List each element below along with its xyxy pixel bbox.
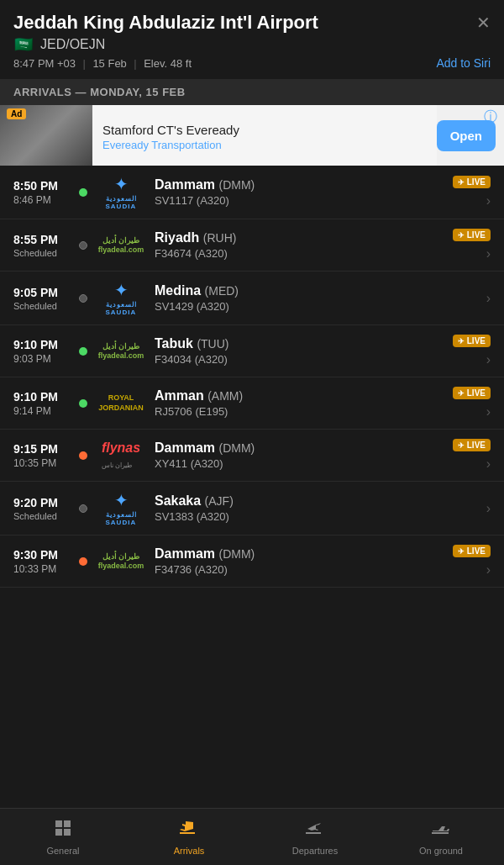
- flight-row[interactable]: 8:55 PM Scheduled طيران أديلflyadeal.com…: [0, 219, 504, 272]
- flight-right: LIVE ›: [453, 439, 491, 472]
- flight-row[interactable]: 9:10 PM 9:14 PM ROYALJORDANIAN Amman (AM…: [0, 377, 504, 430]
- nav-item-general[interactable]: General: [0, 809, 126, 865]
- departures-icon: [304, 818, 326, 843]
- flight-row[interactable]: 9:05 PM Scheduled ✦ السعوديةSAUDIA Medin…: [0, 272, 504, 325]
- flight-iata: (DMM): [218, 441, 255, 455]
- flight-iata: (DMM): [218, 547, 255, 561]
- close-button[interactable]: ✕: [476, 13, 491, 33]
- flight-row[interactable]: 9:20 PM Scheduled ✦ السعوديةSAUDIA Sakak…: [0, 482, 504, 535]
- svg-rect-0: [55, 820, 62, 827]
- nav-label-general: General: [46, 846, 79, 856]
- flight-iata: (DMM): [218, 178, 255, 192]
- flight-times: 9:10 PM 9:03 PM: [13, 338, 79, 365]
- flight-destination: Tabuk (TUU): [155, 336, 453, 351]
- airline-logo-container: ✦ السعوديةSAUDIA: [96, 490, 146, 526]
- airline-logo-container: ROYALJORDANIAN: [96, 393, 146, 413]
- flight-destination: Amman (AMM): [155, 388, 453, 403]
- chevron-icon[interactable]: ›: [486, 562, 491, 578]
- flight-number: XY411 (A320): [155, 457, 453, 470]
- flight-row[interactable]: 9:30 PM 10:33 PM طيران أديلflyadeal.com …: [0, 535, 504, 588]
- chevron-icon[interactable]: ›: [486, 246, 491, 261]
- airline-logo-saudia: ✦ السعوديةSAUDIA: [106, 280, 137, 316]
- ad-label: Ad: [7, 108, 26, 119]
- flight-status: Scheduled: [13, 301, 79, 311]
- flight-status: Scheduled: [13, 248, 79, 258]
- flight-destination: Dammam (DMM): [155, 546, 453, 562]
- live-badge: LIVE: [453, 387, 491, 399]
- flight-status: Scheduled: [13, 511, 79, 521]
- airline-logo-flyadeal: طيران أديلflyadeal.com: [98, 552, 144, 571]
- departures-icon: [304, 818, 326, 838]
- flight-number: SV1383 (A320): [155, 510, 486, 523]
- svg-rect-1: [64, 820, 71, 827]
- status-dot: [79, 451, 87, 460]
- svg-rect-2: [55, 829, 62, 836]
- live-badge: LIVE: [453, 439, 491, 451]
- airline-logo-flynas: flynas طيران ناس: [102, 440, 140, 471]
- flight-right: LIVE ›: [453, 176, 491, 208]
- flight-actual-time: 10:35 PM: [13, 457, 79, 469]
- flight-destination: Dammam (DMM): [155, 177, 453, 193]
- flight-info: Medina (MED) SV1429 (A320): [155, 283, 486, 313]
- airline-logo-royal-jordanian: ROYALJORDANIAN: [98, 393, 144, 413]
- ad-subtitle: Eveready Transportation: [102, 139, 427, 151]
- flight-right: ›: [486, 501, 491, 516]
- flight-scheduled-time: 9:30 PM: [13, 548, 79, 562]
- flight-scheduled-time: 8:50 PM: [13, 179, 79, 193]
- section-title: ARRIVALS — MONDAY, 15 FEB: [0, 79, 504, 105]
- nav-item-arrivals[interactable]: Arrivals: [126, 809, 252, 865]
- flight-scheduled-time: 9:10 PM: [13, 338, 79, 351]
- flight-right: LIVE ›: [453, 229, 491, 261]
- flight-info: Tabuk (TUU) F34034 (A320): [155, 336, 453, 366]
- flight-row[interactable]: 9:15 PM 10:35 PM flynas طيران ناس Dammam…: [0, 430, 504, 482]
- add-to-siri-button[interactable]: Add to Siri: [436, 56, 491, 70]
- flight-destination: Riyadh (RUH): [155, 230, 453, 245]
- status-dot: [79, 347, 87, 356]
- airline-logo-container: طيران أديلflyadeal.com: [96, 342, 146, 361]
- ad-content: Stamford CT's Eveready Eveready Transpor…: [92, 105, 437, 166]
- flight-number: F34034 (A320): [155, 353, 453, 366]
- flight-info: Amman (AMM) RJ5706 (E195): [155, 388, 453, 418]
- ad-banner: Ad ⓘ Stamford CT's Eveready Eveready Tra…: [0, 105, 504, 166]
- flight-row[interactable]: 9:10 PM 9:03 PM طيران أديلflyadeal.com T…: [0, 325, 504, 377]
- onground-icon: [430, 818, 452, 843]
- status-dot: [79, 188, 87, 197]
- airport-title: Jeddah King Abdulaziz Int'l Airport: [13, 12, 318, 34]
- chevron-icon[interactable]: ›: [486, 193, 491, 208]
- airline-logo-container: ✦ السعوديةSAUDIA: [96, 280, 146, 316]
- chevron-icon[interactable]: ›: [486, 291, 491, 306]
- flight-iata: (RUH): [203, 231, 237, 245]
- airline-logo-saudia: ✦ السعوديةSAUDIA: [106, 174, 137, 210]
- chevron-icon[interactable]: ›: [486, 404, 491, 419]
- live-badge: LIVE: [453, 335, 491, 347]
- flight-iata: (AJF): [205, 494, 234, 508]
- chevron-icon[interactable]: ›: [486, 501, 491, 516]
- status-dot: [79, 557, 87, 566]
- nav-item-departures[interactable]: Departures: [252, 809, 378, 865]
- flight-right: ›: [486, 291, 491, 306]
- flight-row[interactable]: 8:50 PM 8:46 PM ✦ السعوديةSAUDIA Dammam …: [0, 166, 504, 219]
- chevron-icon[interactable]: ›: [486, 352, 491, 367]
- flight-scheduled-time: 9:05 PM: [13, 286, 79, 299]
- airline-logo-container: طيران أديلflyadeal.com: [96, 236, 146, 255]
- airline-logo-container: طيران أديلflyadeal.com: [96, 552, 146, 571]
- flight-times: 8:55 PM Scheduled: [13, 233, 79, 258]
- nav-item-on_ground[interactable]: On ground: [378, 809, 504, 865]
- flight-actual-time: 9:14 PM: [13, 405, 79, 417]
- status-dot: [79, 241, 87, 250]
- airline-logo-saudia: ✦ السعوديةSAUDIA: [106, 490, 137, 526]
- flight-actual-time: 10:33 PM: [13, 563, 79, 575]
- nav-label-departures: Departures: [292, 846, 338, 856]
- chevron-icon[interactable]: ›: [486, 456, 491, 472]
- flight-destination: Dammam (DMM): [155, 440, 453, 456]
- flight-scheduled-time: 9:20 PM: [13, 496, 79, 509]
- country-flag: 🇸🇦: [13, 38, 34, 51]
- flight-times: 9:15 PM 10:35 PM: [13, 442, 79, 469]
- flight-info: Sakaka (AJF) SV1383 (A320): [155, 493, 486, 523]
- ad-info-icon[interactable]: ⓘ: [484, 108, 497, 126]
- ad-title: Stamford CT's Eveready: [102, 123, 427, 137]
- current-date: 15 Feb: [92, 57, 126, 70]
- flight-iata: (MED): [205, 284, 239, 298]
- flight-info: Dammam (DMM) SV1117 (A320): [155, 177, 453, 207]
- status-dot: [79, 399, 87, 408]
